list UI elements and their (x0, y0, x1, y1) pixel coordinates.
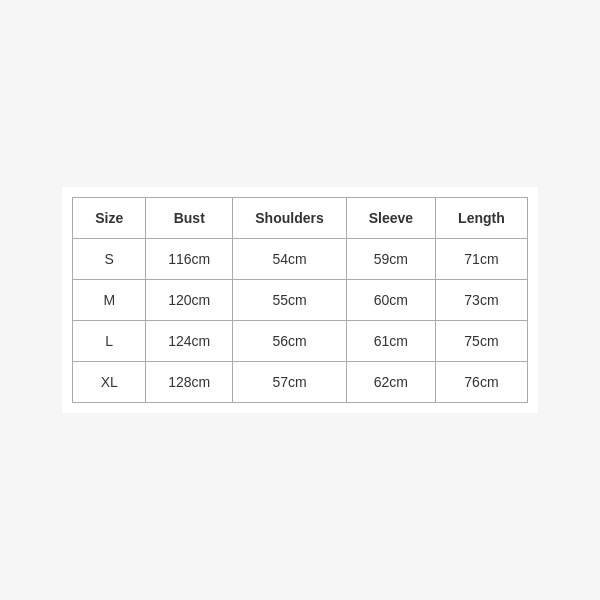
column-header: Sleeve (346, 198, 435, 239)
table-cell: L (73, 321, 146, 362)
table-cell: 60cm (346, 280, 435, 321)
table-cell: 128cm (146, 362, 233, 403)
table-row: L124cm56cm61cm75cm (73, 321, 528, 362)
table-cell: 62cm (346, 362, 435, 403)
table-cell: 73cm (436, 280, 528, 321)
table-cell: XL (73, 362, 146, 403)
table-cell: 56cm (233, 321, 346, 362)
column-header: Bust (146, 198, 233, 239)
table-cell: 61cm (346, 321, 435, 362)
table-cell: 120cm (146, 280, 233, 321)
table-cell: 57cm (233, 362, 346, 403)
column-header: Shoulders (233, 198, 346, 239)
table-row: XL128cm57cm62cm76cm (73, 362, 528, 403)
table-cell: 55cm (233, 280, 346, 321)
size-chart-container: SizeBustShouldersSleeveLength S116cm54cm… (62, 187, 538, 413)
column-header: Size (73, 198, 146, 239)
table-cell: S (73, 239, 146, 280)
table-cell: 124cm (146, 321, 233, 362)
table-cell: 71cm (436, 239, 528, 280)
table-header-row: SizeBustShouldersSleeveLength (73, 198, 528, 239)
table-cell: 75cm (436, 321, 528, 362)
size-chart-table: SizeBustShouldersSleeveLength S116cm54cm… (72, 197, 528, 403)
column-header: Length (436, 198, 528, 239)
table-cell: 76cm (436, 362, 528, 403)
table-cell: M (73, 280, 146, 321)
table-row: M120cm55cm60cm73cm (73, 280, 528, 321)
table-cell: 116cm (146, 239, 233, 280)
table-cell: 59cm (346, 239, 435, 280)
table-cell: 54cm (233, 239, 346, 280)
table-row: S116cm54cm59cm71cm (73, 239, 528, 280)
